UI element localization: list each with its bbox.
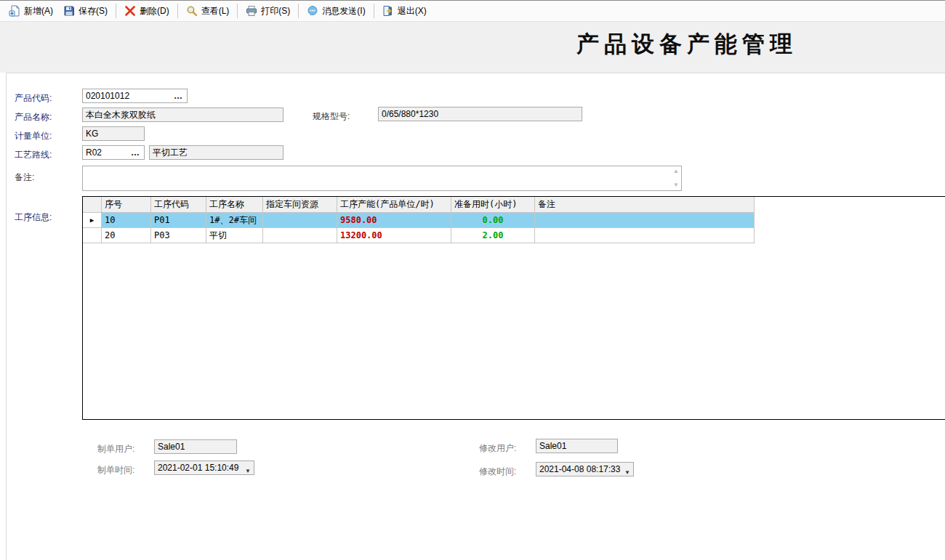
cell-remark[interactable] — [535, 228, 755, 243]
modifier-input[interactable]: Sale01 — [536, 439, 618, 453]
table-header-row: 序号 工序代码 工序名称 指定车间资源 工序产能(产品单位/时) 准备用时(小时… — [83, 197, 945, 213]
product-code-input[interactable]: 020101012 … — [82, 89, 188, 103]
modify-time-label: 修改时间: — [479, 466, 516, 478]
process-route-lookup-button[interactable]: … — [131, 146, 140, 159]
process-table: 序号 工序代码 工序名称 指定车间资源 工序产能(产品单位/时) 准备用时(小时… — [82, 196, 945, 420]
cell-process-code[interactable]: P03 — [151, 228, 206, 243]
new-button-label: 新增(A) — [24, 5, 53, 17]
modify-time-value: 2021-04-08 08:17:33 — [539, 464, 620, 474]
toolbar-separator — [298, 4, 299, 18]
creator-input[interactable]: Sale01 — [154, 439, 237, 454]
toolbar-separator — [116, 4, 116, 18]
delete-button[interactable]: 删除(D) — [119, 3, 174, 20]
row-selector-icon: ▶ — [83, 213, 102, 228]
page-title: 产品设备产能管理 — [576, 29, 797, 60]
view-button-label: 查看(L) — [201, 5, 230, 17]
dropdown-arrow-icon[interactable]: ▼ — [624, 466, 630, 476]
creator-label: 制单用户: — [97, 443, 134, 455]
create-time-label: 制单时间: — [97, 464, 134, 476]
save-button-label: 保存(S) — [79, 5, 108, 17]
save-icon — [63, 5, 75, 17]
table-row[interactable]: ▶ 10 P01 1#、2#车间 9580.00 0.00 — [83, 213, 945, 228]
row-selector-cell — [83, 228, 102, 243]
process-route-name-input[interactable]: 平切工艺 — [149, 145, 284, 160]
modifier-value: Sale01 — [539, 441, 566, 451]
process-table-label: 工序信息: — [15, 211, 52, 224]
cell-remark[interactable] — [535, 213, 755, 228]
col-header-remark[interactable]: 备注 — [535, 197, 755, 213]
col-header-capacity[interactable]: 工序产能(产品单位/时) — [337, 197, 451, 213]
view-icon — [186, 5, 198, 17]
modifier-label: 修改用户: — [479, 442, 516, 455]
message-icon — [307, 5, 318, 17]
col-header-prep-time[interactable]: 准备用时(小时) — [451, 197, 535, 213]
toolbar-separator — [237, 4, 238, 18]
process-route-code-value: R02 — [86, 147, 102, 158]
cell-workshop[interactable] — [263, 213, 337, 228]
col-header-workshop[interactable]: 指定车间资源 — [263, 197, 337, 213]
new-icon — [9, 5, 20, 17]
exit-button[interactable]: 退出(X) — [377, 3, 432, 20]
exit-button-label: 退出(X) — [398, 5, 427, 17]
product-name-value: 本白全木浆双胶纸 — [86, 110, 156, 120]
message-send-button[interactable]: 消息发送(I) — [302, 3, 370, 20]
create-time-value: 2021-02-01 15:10:49 — [158, 463, 238, 473]
col-header-seq[interactable]: 序号 — [102, 197, 151, 213]
new-button[interactable]: 新增(A) — [4, 3, 58, 20]
toolbar-separator — [177, 4, 178, 18]
spec-model-label: 规格型号: — [313, 110, 350, 123]
print-icon — [246, 5, 257, 17]
col-header-process-name[interactable]: 工序名称 — [206, 197, 263, 213]
cell-process-name[interactable]: 1#、2#车间 — [206, 213, 263, 228]
scroll-up-icon[interactable]: ▲ — [673, 169, 679, 174]
creator-value: Sale01 — [158, 442, 185, 452]
delete-icon — [124, 5, 136, 17]
cell-seq[interactable]: 20 — [102, 228, 151, 243]
cell-seq[interactable]: 10 — [102, 213, 151, 228]
dropdown-arrow-icon[interactable]: ▼ — [245, 465, 251, 475]
unit-value: KG — [86, 129, 98, 139]
cell-process-name[interactable]: 平切 — [206, 228, 263, 243]
print-button[interactable]: 打印(S) — [241, 3, 295, 20]
message-send-button-label: 消息发送(I) — [322, 5, 365, 17]
cell-workshop[interactable] — [263, 228, 337, 243]
unit-label: 计量单位: — [15, 130, 52, 142]
process-route-code-input[interactable]: R02 … — [82, 145, 145, 160]
cell-capacity[interactable]: 13200.00 — [337, 228, 451, 243]
row-selector-header — [83, 197, 102, 213]
modify-time-picker[interactable]: 2021-04-08 08:17:33 ▼ — [536, 462, 634, 476]
product-code-value: 020101012 — [86, 91, 129, 101]
cell-process-code[interactable]: P01 — [151, 213, 206, 228]
print-button-label: 打印(S) — [261, 5, 290, 17]
scroll-down-icon[interactable]: ▼ — [673, 182, 679, 188]
toolbar-separator — [374, 4, 374, 18]
product-name-label: 产品名称: — [15, 111, 52, 123]
remark-textarea[interactable]: ▲ ▼ — [82, 166, 682, 191]
title-band — [0, 22, 945, 73]
product-name-input[interactable]: 本白全木浆双胶纸 — [82, 107, 284, 122]
spec-model-input[interactable]: 0/65/880*1230 — [378, 107, 582, 121]
create-time-picker[interactable]: 2021-02-01 15:10:49 ▼ — [154, 460, 254, 475]
col-header-process-code[interactable]: 工序代码 — [151, 197, 206, 213]
toolbar: 新增(A) 保存(S) 删除(D) 查看(L) 打印(S) 消息发送(I) — [0, 0, 945, 22]
exit-icon — [382, 5, 394, 17]
view-button[interactable]: 查看(L) — [181, 3, 235, 20]
process-route-name-value: 平切工艺 — [153, 147, 188, 158]
product-code-lookup-button[interactable]: … — [174, 89, 183, 102]
cell-capacity[interactable]: 9580.00 — [337, 213, 451, 228]
save-button[interactable]: 保存(S) — [58, 3, 113, 20]
table-row[interactable]: 20 P03 平切 13200.00 2.00 — [83, 228, 945, 243]
spec-model-value: 0/65/880*1230 — [382, 109, 438, 119]
remark-label: 备注: — [15, 171, 34, 184]
cell-prep-time[interactable]: 0.00 — [451, 213, 535, 228]
delete-button-label: 删除(D) — [140, 5, 169, 17]
unit-input[interactable]: KG — [82, 126, 145, 141]
process-route-label: 工艺路线: — [15, 149, 52, 161]
product-code-label: 产品代码: — [15, 92, 52, 105]
cell-prep-time[interactable]: 2.00 — [451, 228, 535, 243]
